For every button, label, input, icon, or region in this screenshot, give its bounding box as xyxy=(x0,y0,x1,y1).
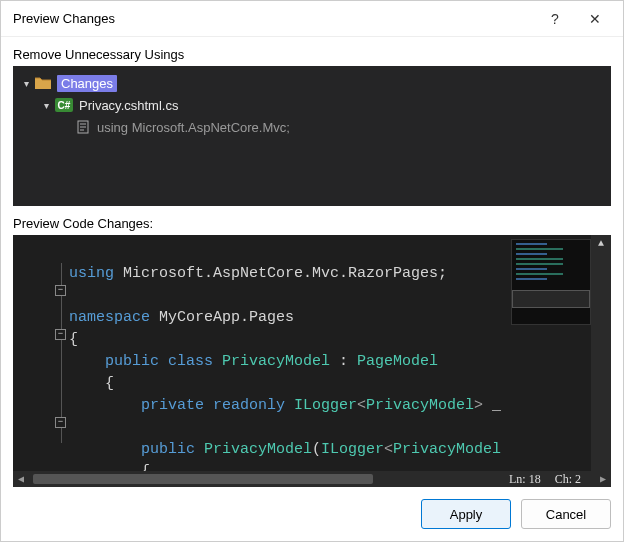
expander-icon[interactable]: ▾ xyxy=(19,78,33,89)
code-token: { xyxy=(105,375,114,392)
scroll-thumb[interactable] xyxy=(33,474,373,484)
code-token: ILogger xyxy=(321,441,384,458)
code-token: Microsoft.AspNetCore.Mvc.RazorPages; xyxy=(114,265,447,282)
preview-heading: Preview Code Changes: xyxy=(13,216,611,231)
code-token: MyCoreApp.Pages xyxy=(150,309,294,326)
code-preview-section: Preview Code Changes: − − − using Micros… xyxy=(13,216,611,487)
code-token: ( xyxy=(312,441,321,458)
changes-tree[interactable]: ▾ Changes ▾ C# Privacy.cshtml.cs using M… xyxy=(13,66,611,206)
expander-icon[interactable]: ▾ xyxy=(39,100,53,111)
code-token: class xyxy=(159,353,213,370)
code-editor[interactable]: − − − using Microsoft.AspNetCore.Mvc.Raz… xyxy=(13,235,611,487)
code-token: ILogger xyxy=(285,397,357,414)
code-token: public xyxy=(141,441,195,458)
csharp-file-icon: C# xyxy=(55,98,73,112)
status-line: Ln: 18 xyxy=(509,472,541,487)
code-token: : xyxy=(330,353,357,370)
status-col: Ch: 2 xyxy=(555,472,581,487)
code-token: PrivacyModel xyxy=(195,441,312,458)
tree-node-root[interactable]: ▾ Changes xyxy=(17,72,607,94)
dialog-buttons: Apply Cancel xyxy=(1,487,623,541)
close-button[interactable]: ✕ xyxy=(575,5,615,33)
code-token: PageModel xyxy=(357,353,438,370)
code-token: { xyxy=(69,331,78,348)
code-token: PrivacyModel xyxy=(393,441,501,458)
tree-node-file[interactable]: ▾ C# Privacy.cshtml.cs xyxy=(17,94,607,116)
dialog-titlebar: Preview Changes ? ✕ xyxy=(1,1,623,37)
minimap[interactable] xyxy=(511,239,591,325)
minimap-viewport[interactable] xyxy=(512,290,590,308)
scroll-right-icon[interactable]: ▶ xyxy=(595,473,611,485)
tree-change-label: using Microsoft.AspNetCore.Mvc; xyxy=(97,120,290,135)
code-token: PrivacyModel xyxy=(366,397,474,414)
editor-status: Ln: 18 Ch: 2 xyxy=(501,471,589,487)
tree-node-change[interactable]: using Microsoft.AspNetCore.Mvc; xyxy=(17,116,607,138)
tree-heading: Remove Unnecessary Usings xyxy=(13,47,611,62)
document-icon xyxy=(75,120,91,134)
dialog-title: Preview Changes xyxy=(13,11,535,26)
code-token: _ xyxy=(483,397,501,414)
cancel-button[interactable]: Cancel xyxy=(521,499,611,529)
apply-button[interactable]: Apply xyxy=(421,499,511,529)
dialog-body: Remove Unnecessary Usings ▾ Changes ▾ C#… xyxy=(1,37,623,487)
tree-file-label: Privacy.cshtml.cs xyxy=(79,98,178,113)
scroll-left-icon[interactable]: ◀ xyxy=(13,473,29,485)
folder-icon xyxy=(35,76,51,90)
code-token: private xyxy=(141,397,204,414)
code-token: < xyxy=(384,441,393,458)
code-token: using xyxy=(69,265,114,282)
tree-root-label: Changes xyxy=(57,75,117,92)
code-token: < xyxy=(357,397,366,414)
vertical-scrollbar[interactable]: ▲ xyxy=(591,235,611,471)
scroll-up-icon[interactable]: ▲ xyxy=(591,235,611,251)
code-token: readonly xyxy=(204,397,285,414)
code-token: namespace xyxy=(69,309,150,326)
help-button[interactable]: ? xyxy=(535,5,575,33)
code-token: PrivacyModel xyxy=(213,353,330,370)
code-token: public xyxy=(105,353,159,370)
code-token: > xyxy=(474,397,483,414)
